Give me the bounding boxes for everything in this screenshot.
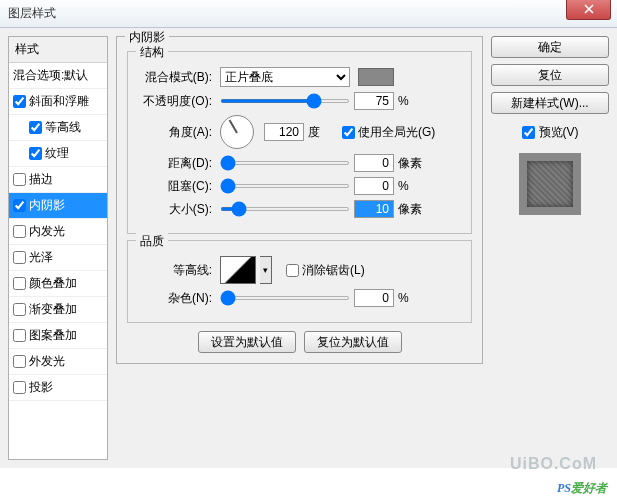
antialias-checkbox-label[interactable]: 消除锯齿(L): [286, 262, 365, 279]
style-item-3[interactable]: 纹理: [9, 141, 107, 167]
choke-input[interactable]: [354, 177, 394, 195]
make-default-button[interactable]: 设置为默认值: [198, 331, 296, 353]
ok-button[interactable]: 确定: [491, 36, 609, 58]
style-checkbox[interactable]: [13, 303, 26, 316]
reset-button[interactable]: 复位: [491, 64, 609, 86]
style-label: 投影: [29, 379, 53, 396]
style-checkbox[interactable]: [13, 277, 26, 290]
close-icon: [584, 4, 594, 14]
noise-slider[interactable]: [220, 296, 350, 300]
watermark-cn: 爱好者: [571, 481, 607, 495]
size-row: 大小(S): 像素: [138, 200, 461, 218]
preview-text: 预览(V): [539, 124, 579, 141]
style-item-7[interactable]: 光泽: [9, 245, 107, 271]
style-item-10[interactable]: 图案叠加: [9, 323, 107, 349]
style-label: 图案叠加: [29, 327, 77, 344]
style-checkbox[interactable]: [13, 199, 26, 212]
angle-dial[interactable]: [220, 115, 254, 149]
choke-label: 阻塞(C):: [138, 178, 216, 195]
preview-checkbox[interactable]: [522, 126, 535, 139]
size-label: 大小(S):: [138, 201, 216, 218]
style-item-8[interactable]: 颜色叠加: [9, 271, 107, 297]
size-slider[interactable]: [220, 207, 350, 211]
contour-preview[interactable]: [220, 256, 256, 284]
blend-mode-row: 混合模式(B): 正片叠底: [138, 67, 461, 87]
dialog-body: 样式 混合选项:默认斜面和浮雕等高线纹理描边内阴影内发光光泽颜色叠加渐变叠加图案…: [0, 28, 617, 468]
right-panel: 确定 复位 新建样式(W)... 预览(V): [491, 36, 609, 460]
style-checkbox[interactable]: [13, 381, 26, 394]
style-item-9[interactable]: 渐变叠加: [9, 297, 107, 323]
size-input[interactable]: [354, 200, 394, 218]
antialias-checkbox[interactable]: [286, 264, 299, 277]
style-label: 内阴影: [29, 197, 65, 214]
style-label: 斜面和浮雕: [29, 93, 89, 110]
antialias-text: 消除锯齿(L): [302, 262, 365, 279]
opacity-label: 不透明度(O):: [138, 93, 216, 110]
global-light-checkbox[interactable]: [342, 126, 355, 139]
choke-unit: %: [398, 179, 428, 193]
opacity-input[interactable]: [354, 92, 394, 110]
size-unit: 像素: [398, 201, 428, 218]
style-item-5[interactable]: 内阴影: [9, 193, 107, 219]
structure-subgroup: 结构 混合模式(B): 正片叠底 不透明度(O): % 角度(A): 度: [127, 51, 472, 234]
distance-input[interactable]: [354, 154, 394, 172]
style-label: 渐变叠加: [29, 301, 77, 318]
opacity-unit: %: [398, 94, 428, 108]
style-label: 光泽: [29, 249, 53, 266]
style-checkbox[interactable]: [13, 173, 26, 186]
noise-input[interactable]: [354, 289, 394, 307]
style-checkbox[interactable]: [29, 121, 42, 134]
style-label: 纹理: [45, 145, 69, 162]
styles-list: 混合选项:默认斜面和浮雕等高线纹理描边内阴影内发光光泽颜色叠加渐变叠加图案叠加外…: [9, 63, 107, 401]
style-item-11[interactable]: 外发光: [9, 349, 107, 375]
angle-row: 角度(A): 度 使用全局光(G): [138, 115, 461, 149]
angle-label: 角度(A):: [138, 124, 216, 141]
angle-unit: 度: [308, 124, 338, 141]
distance-unit: 像素: [398, 155, 428, 172]
reset-default-button[interactable]: 复位为默认值: [304, 331, 402, 353]
quality-title: 品质: [136, 233, 168, 250]
style-item-1[interactable]: 斜面和浮雕: [9, 89, 107, 115]
style-label: 内发光: [29, 223, 65, 240]
close-button[interactable]: [566, 0, 611, 20]
watermark-url: UiBO.CoM: [510, 455, 597, 473]
new-style-button[interactable]: 新建样式(W)...: [491, 92, 609, 114]
style-checkbox[interactable]: [29, 147, 42, 160]
style-checkbox[interactable]: [13, 95, 26, 108]
style-label: 等高线: [45, 119, 81, 136]
distance-row: 距离(D): 像素: [138, 154, 461, 172]
style-checkbox[interactable]: [13, 355, 26, 368]
distance-label: 距离(D):: [138, 155, 216, 172]
distance-slider[interactable]: [220, 161, 350, 165]
angle-input[interactable]: [264, 123, 304, 141]
choke-slider[interactable]: [220, 184, 350, 188]
quality-subgroup: 品质 等高线: ▾ 消除锯齿(L) 杂色(N): %: [127, 240, 472, 323]
opacity-slider[interactable]: [220, 99, 350, 103]
window-title: 图层样式: [8, 5, 56, 22]
shadow-color-swatch[interactable]: [358, 68, 394, 86]
noise-row: 杂色(N): %: [138, 289, 461, 307]
blend-mode-label: 混合模式(B):: [138, 69, 216, 86]
choke-row: 阻塞(C): %: [138, 177, 461, 195]
styles-header: 样式: [9, 37, 107, 63]
style-item-6[interactable]: 内发光: [9, 219, 107, 245]
titlebar: 图层样式: [0, 0, 617, 28]
style-checkbox[interactable]: [13, 329, 26, 342]
styles-panel: 样式 混合选项:默认斜面和浮雕等高线纹理描边内阴影内发光光泽颜色叠加渐变叠加图案…: [8, 36, 108, 460]
inner-shadow-group: 内阴影 结构 混合模式(B): 正片叠底 不透明度(O): % 角度(A):: [116, 36, 483, 364]
style-checkbox[interactable]: [13, 251, 26, 264]
preview-checkbox-label[interactable]: 预览(V): [491, 124, 609, 141]
global-light-checkbox-label[interactable]: 使用全局光(G): [342, 124, 435, 141]
preview-thumbnail: [527, 161, 573, 207]
style-item-12[interactable]: 投影: [9, 375, 107, 401]
style-item-2[interactable]: 等高线: [9, 115, 107, 141]
blend-mode-select[interactable]: 正片叠底: [220, 67, 350, 87]
style-item-4[interactable]: 描边: [9, 167, 107, 193]
style-checkbox[interactable]: [13, 225, 26, 238]
contour-dropdown[interactable]: ▾: [260, 256, 272, 284]
style-label: 描边: [29, 171, 53, 188]
contour-label: 等高线:: [138, 262, 216, 279]
global-light-text: 使用全局光(G): [358, 124, 435, 141]
opacity-row: 不透明度(O): %: [138, 92, 461, 110]
style-item-0[interactable]: 混合选项:默认: [9, 63, 107, 89]
